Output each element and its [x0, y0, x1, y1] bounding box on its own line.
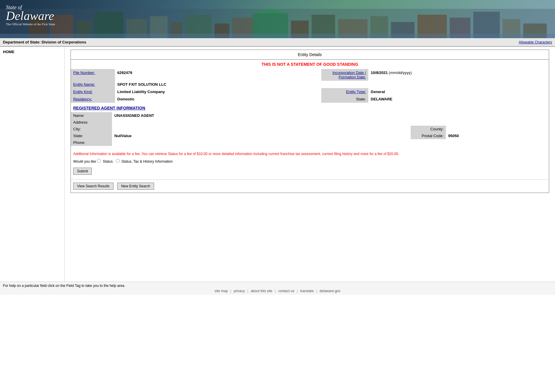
- submit-section: Submit: [71, 166, 549, 176]
- footer-contact-link[interactable]: contact us: [278, 289, 295, 293]
- table-row: State: NullValue Postal Code: 95050: [71, 132, 549, 139]
- entity-kind-label-cell: Entity Kind:: [71, 88, 115, 95]
- agent-postal-code-label: Postal Code:: [411, 132, 446, 139]
- agent-phone-value: [112, 139, 549, 146]
- new-entity-search-button[interactable]: New Entity Search: [117, 183, 154, 190]
- file-number-value: 6292479: [115, 69, 321, 81]
- footer-translate-link[interactable]: translate: [300, 289, 314, 293]
- content-area: Entity Details THIS IS NOT A STATEMENT O…: [65, 47, 555, 282]
- radio-status-tax[interactable]: [116, 159, 120, 163]
- table-row: File Number: 6292479 Incorporation Date …: [71, 69, 549, 81]
- footer-sitemap-link[interactable]: site map: [215, 289, 228, 293]
- agent-name-label: Name:: [71, 112, 112, 119]
- incorporation-date-link[interactable]: Incorporation Date / Formation Date:: [332, 70, 366, 79]
- agent-state-label: State:: [71, 132, 112, 139]
- agent-county-value: [446, 126, 549, 132]
- footer: For help on a particular field click on …: [0, 282, 555, 295]
- sidebar: HOME: [0, 47, 65, 282]
- table-row: Entity Name: SPOT FXIT SOLUTION LLC: [71, 81, 549, 88]
- radio-status-tax-label[interactable]: Status, Tax & History Information: [116, 159, 173, 164]
- not-good-standing-warning: THIS IS NOT A STATEMENT OF GOOD STANDING: [71, 60, 549, 69]
- entity-type-value: General: [368, 88, 549, 95]
- agent-address-value: [112, 119, 549, 126]
- logo-delaware: Delaware: [6, 11, 55, 22]
- footer-links: site map | privacy | about this site | c…: [3, 289, 552, 293]
- agent-city-label: City:: [71, 126, 112, 132]
- agent-city-value: [112, 126, 411, 132]
- main-layout: HOME Entity Details THIS IS NOT A STATEM…: [0, 47, 555, 282]
- table-row: Entity Kind: Limited Liability Company E…: [71, 88, 549, 95]
- residency-link[interactable]: Residency:: [73, 97, 92, 101]
- residency-value: Domestic: [115, 95, 321, 103]
- header-banner: State of Delaware The Official Website o…: [0, 0, 555, 38]
- agent-county-label: County:: [411, 126, 446, 132]
- entity-name-link[interactable]: Entity Name:: [73, 82, 95, 87]
- home-link[interactable]: HOME: [3, 50, 14, 54]
- table-row: Name: UNASSIGNED AGENT: [71, 112, 549, 119]
- bottom-buttons: View Search Results New Entity Search: [71, 179, 549, 193]
- table-row: Address:: [71, 119, 549, 126]
- agent-phone-label: Phone:: [71, 139, 112, 146]
- svg-rect-23: [0, 34, 555, 38]
- allowable-characters-link[interactable]: Allowable Characters: [519, 40, 552, 44]
- state-label-cell: State:: [321, 95, 368, 103]
- radio-status-label[interactable]: Status: [97, 159, 114, 164]
- fee-info-text: Additional Information is available for …: [71, 149, 549, 158]
- agent-name-value: UNASSIGNED AGENT: [112, 112, 411, 119]
- entity-name-value: SPOT FXIT SOLUTION LLC: [115, 81, 549, 88]
- agent-state-value: NullValue: [112, 132, 411, 139]
- footer-delawaregov-link[interactable]: delaware.gov: [320, 289, 340, 293]
- file-number-link[interactable]: File Number:: [73, 70, 95, 75]
- agent-address-label: Address:: [71, 119, 112, 126]
- footer-help-text: For help on a particular field click on …: [3, 284, 552, 288]
- footer-privacy-link[interactable]: privacy: [234, 289, 245, 293]
- view-search-results-button[interactable]: View Search Results: [73, 183, 113, 190]
- sub-header: Department of State: Division of Corpora…: [0, 38, 555, 47]
- dept-title: Department of State: Division of Corpora…: [3, 40, 86, 44]
- state-value: DELAWARE: [368, 95, 549, 103]
- entity-details-box: Entity Details THIS IS NOT A STATEMENT O…: [71, 50, 549, 193]
- entity-details-table: File Number: 6292479 Incorporation Date …: [71, 69, 549, 103]
- agent-details-table: Name: UNASSIGNED AGENT Address: City: Co…: [71, 112, 549, 146]
- footer-about-link[interactable]: about this site: [251, 289, 273, 293]
- table-row: Phone:: [71, 139, 549, 146]
- agent-postal-code-value: 95050: [446, 132, 549, 139]
- file-number-label-cell: File Number:: [71, 69, 115, 81]
- incorporation-date-label-cell: Incorporation Date / Formation Date:: [321, 69, 368, 81]
- incorporation-date-value: 10/8/2021 (mm/dd/yyyy): [368, 69, 549, 81]
- logo-block: State of Delaware The Official Website o…: [6, 4, 55, 26]
- radio-section: Would you like Status Status, Tax & Hist…: [71, 158, 549, 166]
- logo-tagline: The Official Website of the First State: [6, 22, 55, 26]
- entity-type-link[interactable]: Entity Type:: [346, 90, 366, 94]
- submit-button[interactable]: Submit: [73, 168, 92, 175]
- entity-kind-link[interactable]: Entity Kind:: [73, 90, 93, 94]
- radio-prompt: Would you like: [73, 159, 96, 164]
- residency-label-cell: Residency:: [71, 95, 115, 103]
- table-row: City: County:: [71, 126, 549, 132]
- radio-status[interactable]: [97, 159, 101, 163]
- entity-kind-value: Limited Liability Company: [115, 88, 321, 95]
- entity-details-header: Entity Details: [71, 50, 549, 60]
- registered-agent-header[interactable]: REGISTERED AGENT INFORMATION: [71, 103, 549, 112]
- entity-name-label-cell: Entity Name:: [71, 81, 115, 88]
- table-row: Residency: Domestic State: DELAWARE: [71, 95, 549, 103]
- entity-type-label-cell: Entity Type:: [321, 88, 368, 95]
